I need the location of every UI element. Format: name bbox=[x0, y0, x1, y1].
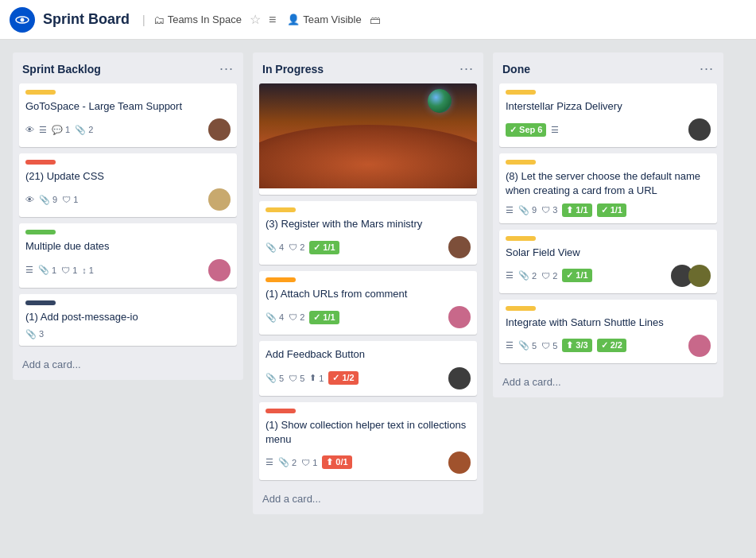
card-footer: ✓ Sep 6 ☰ bbox=[506, 118, 711, 141]
card-footer: 📎 4 🛡 2 ✓ 1/1 bbox=[266, 306, 471, 328]
card-footer: ☰ 📎 1 🛡 1 ↕ 1 bbox=[25, 259, 231, 281]
add-card-backlog[interactable]: Add a card... bbox=[13, 352, 243, 380]
shield-meta: 🛡 1 bbox=[62, 195, 78, 204]
card-mars-ministry[interactable]: (3) Register with the Mars ministry 📎 4 … bbox=[259, 201, 477, 265]
watch-meta: 👁 bbox=[25, 195, 34, 204]
label-bar bbox=[25, 230, 56, 234]
card-gotospace[interactable]: GoToSpace - Large Team Support 👁 ☰ 💬 1 📎… bbox=[19, 83, 237, 147]
list-meta: ☰ bbox=[506, 340, 514, 351]
column-menu-done[interactable]: ··· bbox=[700, 60, 714, 77]
card-footer: ☰ 📎 9 🛡 3 ⬆ 1/1 ✓ 1/1 bbox=[506, 203, 711, 217]
attach-meta: 📎 9 bbox=[518, 205, 537, 215]
card-footer: 📎 5 🛡 5 ⬆ 1 ✓ 1/2 bbox=[266, 367, 471, 389]
upload-badge: ⬆ 0/1 bbox=[322, 455, 351, 469]
column-backlog: Sprint Backlog ··· GoToSpace - Large Tea… bbox=[13, 52, 243, 380]
avatar bbox=[208, 188, 231, 211]
star-icon[interactable]: ☆ bbox=[250, 12, 261, 27]
shield-meta: 🛡 2 bbox=[289, 242, 304, 252]
shield-icon: 🛡 bbox=[541, 271, 550, 281]
card-footer: ☰ 📎 2 🛡 2 ✓ 1/1 bbox=[506, 265, 711, 287]
list-meta: ☰ bbox=[506, 270, 514, 281]
card-feedback-button[interactable]: Add Feedback Button 📎 5 🛡 5 ⬆ 1 ✓ 1/2 bbox=[259, 341, 477, 395]
label-bar bbox=[25, 160, 56, 165]
list-meta: ☰ bbox=[266, 457, 273, 467]
header: Sprint Board | 🗂 Teams In Space ☆ ≡ 👤 Te… bbox=[0, 0, 756, 40]
card-cover-image bbox=[259, 83, 477, 188]
list-meta: ☰ bbox=[506, 205, 514, 215]
app-logo bbox=[10, 7, 35, 33]
upload-meta: ⬆ 1 bbox=[309, 373, 324, 383]
board: Sprint Backlog ··· GoToSpace - Large Tea… bbox=[0, 40, 756, 558]
shield-meta: 🛡 1 bbox=[61, 265, 77, 275]
card-css[interactable]: (21) Update CSS 👁 📎 9 🛡 1 bbox=[19, 153, 237, 217]
column-header-backlog: Sprint Backlog ··· bbox=[13, 52, 243, 83]
avatar-2 bbox=[688, 265, 711, 287]
avatar bbox=[208, 259, 231, 281]
card-title: (21) Update CSS bbox=[25, 169, 231, 184]
card-footer: 📎 3 bbox=[25, 329, 231, 339]
due-badge: ✓ Sep 6 bbox=[506, 123, 546, 137]
shield-icon: 🛡 bbox=[62, 195, 71, 204]
card-duedates[interactable]: Multiple due dates ☰ 📎 1 🛡 1 ↕ 1 bbox=[19, 223, 237, 287]
board-title: Sprint Board bbox=[43, 11, 130, 28]
add-card-inprogress[interactable]: Add a card... bbox=[253, 486, 483, 514]
menu-icon[interactable]: ≡ bbox=[269, 13, 276, 27]
upload-badge: ⬆ 1/1 bbox=[562, 203, 591, 217]
label-bar bbox=[25, 90, 56, 95]
clip-icon: 📎 bbox=[266, 373, 277, 383]
shield-icon: 🛡 bbox=[289, 374, 297, 383]
shield-icon: 🛡 bbox=[541, 205, 550, 215]
attach-meta: 📎 4 bbox=[266, 312, 284, 323]
column-menu-backlog[interactable]: ··· bbox=[219, 60, 234, 77]
shield-icon: 🛡 bbox=[289, 242, 297, 252]
list-icon: ☰ bbox=[506, 205, 514, 215]
visibility-label: 👤 Team Visible bbox=[287, 14, 361, 25]
team-name: 🗂 Teams In Space bbox=[153, 14, 242, 26]
column-menu-inprogress[interactable]: ··· bbox=[459, 60, 474, 77]
desc-meta: ☰ bbox=[39, 125, 47, 135]
svg-point-2 bbox=[21, 17, 25, 21]
column-title-done: Done bbox=[502, 63, 530, 76]
card-title: GoToSpace - Large Team Support bbox=[25, 99, 231, 114]
shield-meta: 🛡 2 bbox=[541, 271, 557, 281]
avatar bbox=[208, 118, 231, 141]
label-bar bbox=[506, 306, 536, 311]
card-title: Add Feedback Button bbox=[266, 347, 471, 362]
clip-icon: 📎 bbox=[39, 195, 50, 205]
clip-icon: 📎 bbox=[518, 340, 529, 351]
watch-meta: 👁 bbox=[25, 125, 34, 134]
card-saturn-lines[interactable]: Integrate with Saturn Shuttle Lines ☰ 📎 … bbox=[499, 300, 717, 363]
attach-meta: 📎 9 bbox=[39, 195, 57, 205]
column-done: Done ··· Interstellar Pizza Delivery ✓ S… bbox=[493, 52, 723, 397]
planet-surface bbox=[259, 125, 477, 188]
attach-meta: 📎 2 bbox=[75, 125, 93, 135]
shield-icon: 🛡 bbox=[61, 265, 70, 275]
card-server-choose[interactable]: (8) Let the server choose the default na… bbox=[499, 153, 717, 223]
clip-icon: 📎 bbox=[518, 270, 529, 281]
card-solar-field[interactable]: Solar Field View ☰ 📎 2 🛡 2 ✓ 1/1 bbox=[499, 230, 717, 293]
card-pizza[interactable]: Interstellar Pizza Delivery ✓ Sep 6 ☰ bbox=[499, 83, 717, 147]
add-card-done[interactable]: Add a card... bbox=[493, 370, 723, 397]
card-image[interactable] bbox=[259, 83, 477, 195]
column-body-backlog: GoToSpace - Large Team Support 👁 ☰ 💬 1 📎… bbox=[13, 83, 243, 352]
card-title: (1) Attach URLs from comment bbox=[266, 287, 471, 301]
eye-icon: 👁 bbox=[25, 125, 34, 134]
column-header-done: Done ··· bbox=[493, 52, 723, 83]
label-bar bbox=[266, 277, 296, 282]
avatar bbox=[688, 335, 711, 357]
clip-icon: 📎 bbox=[518, 205, 529, 215]
card-collection-helper[interactable]: (1) Show collection helper text in colle… bbox=[259, 402, 477, 480]
clip-icon: 📎 bbox=[38, 265, 49, 275]
label-bar bbox=[506, 90, 536, 95]
card-attach-urls[interactable]: (1) Attach URLs from comment 📎 4 🛡 2 ✓ 1… bbox=[259, 271, 477, 335]
list-icon: ☰ bbox=[25, 265, 33, 275]
mars-image bbox=[259, 83, 477, 188]
clip-icon: 📎 bbox=[25, 329, 37, 339]
label-bar bbox=[266, 409, 296, 413]
briefcase-icon: 🗂 bbox=[153, 14, 165, 26]
card-footer: 👁 ☰ 💬 1 📎 2 bbox=[25, 118, 231, 141]
card-footer: ☰ 📎 2 🛡 1 ⬆ 0/1 bbox=[266, 451, 471, 474]
list-icon: ☰ bbox=[506, 340, 514, 351]
list-icon: ☰ bbox=[506, 270, 514, 281]
card-postmessage[interactable]: (1) Add post-message-io 📎 3 bbox=[19, 294, 237, 346]
